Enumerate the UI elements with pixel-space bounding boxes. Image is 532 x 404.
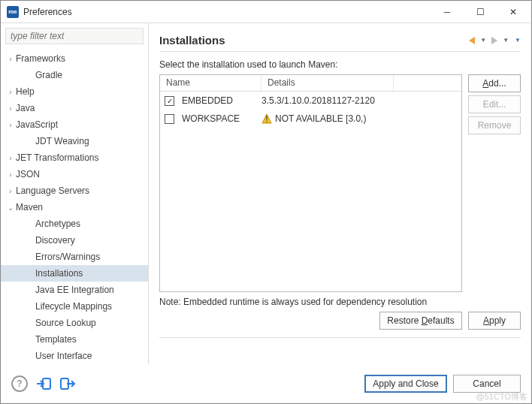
svg-marker-1 [491,37,497,44]
table-header: Name Details [160,75,461,92]
apply-button[interactable]: Apply [468,312,521,330]
add-button[interactable]: Add... [468,74,521,92]
tree-item-label: JDT Weaving [35,136,89,146]
chevron-right-icon: › [5,119,16,130]
tree-item-label: Archetypes [35,219,80,229]
menu-dropdown-icon[interactable]: ▼ [515,37,521,44]
tree-item-label: Java [16,103,35,113]
tree-item-archetypes[interactable]: Archetypes [1,216,148,232]
warning-icon: ! [261,113,272,124]
tree-item-label: JavaScript [16,119,58,130]
nav-arrows: ▼ ▼ ▼ [467,35,521,46]
installations-table[interactable]: Name Details ✓EMBEDDED3.5.3/1.10.0.20181… [159,74,462,292]
chevron-right-icon: › [5,86,16,97]
tree-item-java[interactable]: ›Java [1,100,148,116]
cell-details: !NOT AVAILABLE [3.0,) [261,113,366,124]
tree-item-language-servers[interactable]: ›Language Servers [1,182,148,199]
titlebar: me Preferences ─ ☐ ✕ [1,1,531,23]
tree-item-errors-warnings[interactable]: Errors/Warnings [1,249,148,265]
import-icon[interactable] [35,375,52,392]
tree-item-frameworks[interactable]: ›Frameworks [1,50,148,67]
apply-close-button[interactable]: Apply and Close [364,375,447,393]
chevron-right-icon: › [5,169,16,179]
tree-item-label: JSON [16,169,40,179]
tree-item-label: Help [16,86,35,97]
table-row[interactable]: WORKSPACE!NOT AVAILABLE [3.0,) [160,110,461,128]
svg-text:!: ! [265,114,268,124]
tree-item-label: Errors/Warnings [35,252,100,262]
cell-name: EMBEDDED [182,95,261,106]
col-spacer [394,75,461,91]
watermark: @51CTO博客 [476,391,527,402]
tree-item-label: User Interface [35,351,92,361]
tree-item-discovery[interactable]: Discovery [1,232,148,249]
back-button[interactable] [467,35,477,46]
note-label: Note: Embedded runtime is always used fo… [159,297,521,307]
category-tree[interactable]: ›FrameworksGradle›Help›Java›JavaScriptJD… [1,49,148,364]
tree-item-label: Gradle [35,70,62,80]
row-checkbox[interactable]: ✓ [165,96,174,106]
help-icon[interactable]: ? [11,375,28,392]
tree-item-source-lookup[interactable]: Source Lookup [1,315,148,331]
tree-item-label: Source Lookup [35,318,96,328]
edit-button: Edit... [468,95,521,113]
tree-item-label: JET Transformations [16,152,98,163]
tree-item-label: Installations [35,268,83,279]
tree-item-label: Frameworks [16,53,65,64]
tree-item-java-ee-integration[interactable]: Java EE Integration [1,282,148,298]
filter-input[interactable] [5,28,144,44]
instruction-label: Select the installation used to launch M… [159,59,521,70]
minimize-button[interactable]: ─ [431,2,464,23]
tree-item-templates[interactable]: Templates [1,331,148,348]
tree-item-label: Lifecycle Mappings [35,301,112,312]
chevron-right-icon: › [5,103,16,113]
col-name[interactable]: Name [160,75,261,91]
maximize-button[interactable]: ☐ [464,2,497,23]
restore-defaults-button[interactable]: Restore Defaults [379,312,462,330]
tree-item-gradle[interactable]: Gradle [1,67,148,83]
tree-item-label: Templates [35,334,77,345]
tree-item-lifecycle-mappings[interactable]: Lifecycle Mappings [1,298,148,315]
back-dropdown-icon[interactable]: ▼ [480,37,486,44]
cell-name: WORKSPACE [182,113,261,124]
app-icon: me [7,6,19,18]
tree-item-label: Maven [16,202,43,213]
remove-button: Remove [468,116,521,134]
close-button[interactable]: ✕ [497,2,530,23]
main-panel: Installations ▼ ▼ ▼ Select the installat… [149,23,531,364]
cancel-button[interactable]: Cancel [453,375,521,393]
tree-item-jdt-weaving[interactable]: JDT Weaving [1,133,148,149]
cell-details: 3.5.3/1.10.0.20181127-2120 [261,95,375,106]
export-icon[interactable] [59,375,76,392]
chevron-right-icon: › [5,185,16,196]
page-title: Installations [159,34,467,47]
tree-item-json[interactable]: ›JSON [1,166,148,182]
tree-item-label: Java EE Integration [35,285,114,295]
footer: ? Apply and Close Cancel [1,364,531,403]
tree-item-label: Language Servers [16,185,89,196]
tree-item-help[interactable]: ›Help [1,83,148,100]
table-row[interactable]: ✓EMBEDDED3.5.3/1.10.0.20181127-2120 [160,92,461,110]
row-checkbox[interactable] [165,114,174,124]
window-title: Preferences [23,7,431,17]
tree-item-maven[interactable]: ⌄Maven [1,199,148,216]
tree-item-installations[interactable]: Installations [1,265,148,282]
forward-button[interactable] [489,35,500,46]
sidebar: ›FrameworksGradle›Help›Java›JavaScriptJD… [1,23,149,364]
tree-item-label: Discovery [35,235,75,246]
chevron-right-icon: › [5,53,16,64]
svg-marker-0 [469,37,475,44]
tree-item-jet-transformations[interactable]: ›JET Transformations [1,149,148,166]
tree-item-javascript[interactable]: ›JavaScript [1,116,148,133]
col-details[interactable]: Details [261,75,394,91]
forward-dropdown-icon[interactable]: ▼ [503,37,509,44]
chevron-down-icon: ⌄ [5,202,16,213]
chevron-right-icon: › [5,152,16,163]
tree-item-user-interface[interactable]: User Interface [1,348,148,364]
